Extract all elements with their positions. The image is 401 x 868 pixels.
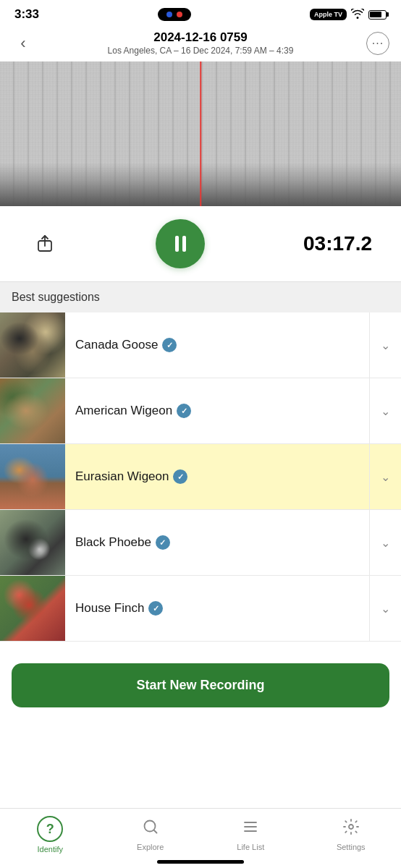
svg-point-1: [144, 821, 155, 832]
verified-check-icon: ✓: [166, 341, 173, 350]
spectrogram-canvas: [0, 61, 401, 206]
identify-icon: ?: [37, 816, 63, 842]
verified-badge-black-phoebe: ✓: [156, 535, 170, 550]
verified-badge-american-wigeon: ✓: [177, 404, 191, 418]
nav-label-settings: Settings: [337, 843, 366, 851]
lifelist-icon: [242, 818, 259, 840]
status-right: Apple TV: [310, 9, 387, 21]
verified-check-icon: ✓: [181, 407, 187, 416]
verified-check-icon: ✓: [159, 538, 166, 548]
settings-icon: [342, 818, 360, 840]
content-padding: [0, 719, 401, 791]
playhead: [200, 61, 201, 206]
bird-chevron-black-phoebe[interactable]: ⌄: [369, 510, 401, 575]
home-indicator: [157, 860, 244, 864]
verified-badge-eurasian-wigeon: ✓: [173, 469, 187, 484]
bird-image-house-finch: [0, 576, 65, 641]
playback-controls: 03:17.2: [0, 206, 401, 281]
mic-dot: [177, 12, 182, 17]
bird-list: Canada Goose ✓ ⌄ American Wigeon ✓ ⌄: [0, 312, 401, 642]
chevron-down-icon: ⌄: [381, 404, 390, 418]
bird-name-canada-goose: Canada Goose ✓: [75, 338, 177, 352]
nav-label-lifelist: Life List: [237, 843, 264, 851]
chevron-down-icon: ⌄: [381, 470, 390, 484]
bird-name-black-phoebe: Black Phoebe ✓: [75, 535, 170, 550]
nav-label-identify: Identify: [38, 845, 63, 854]
suggestions-label: Best suggestions: [12, 291, 100, 303]
back-chevron-icon: ‹: [20, 34, 25, 53]
verified-check-icon: ✓: [153, 604, 159, 613]
chevron-down-icon: ⌄: [381, 536, 390, 550]
time-display: 03:17.2: [300, 232, 372, 255]
wifi-icon: [351, 9, 364, 21]
bottom-nav: ? Identify Explore Life List: [0, 808, 401, 868]
recording-title: 2024-12-16 0759: [35, 30, 366, 45]
bird-item-eurasian-wigeon[interactable]: Eurasian Wigeon ✓ ⌄: [0, 444, 401, 510]
camera-dot: [166, 12, 172, 17]
bird-image-canada-goose: [0, 312, 65, 378]
bird-chevron-american-wigeon[interactable]: ⌄: [369, 378, 401, 443]
chevron-down-icon: ⌄: [381, 602, 390, 616]
pause-button[interactable]: [156, 219, 205, 268]
spacer: [0, 642, 401, 656]
battery-indicator: [368, 10, 387, 20]
bird-image-american-wigeon: [0, 378, 65, 443]
more-button[interactable]: ···: [366, 32, 389, 55]
bird-name-house-finch: House Finch ✓: [75, 601, 163, 616]
bird-chevron-eurasian-wigeon[interactable]: ⌄: [369, 444, 401, 509]
explore-icon: [142, 818, 159, 840]
bird-info-eurasian-wigeon: Eurasian Wigeon ✓: [65, 469, 369, 484]
share-icon: [35, 234, 55, 254]
bird-image-black-phoebe: [0, 510, 65, 575]
verified-check-icon: ✓: [177, 472, 184, 482]
spectrogram-view[interactable]: [0, 61, 401, 206]
bird-image-eurasian-wigeon: [0, 444, 65, 509]
nav-item-identify[interactable]: ? Identify: [25, 816, 75, 854]
nav-label-explore: Explore: [137, 843, 164, 851]
dynamic-island: [158, 8, 191, 21]
bird-info-canada-goose: Canada Goose ✓: [65, 338, 369, 352]
bird-info-black-phoebe: Black Phoebe ✓: [65, 535, 369, 550]
back-button[interactable]: ‹: [12, 32, 35, 55]
status-time: 3:33: [14, 7, 39, 22]
bird-name-eurasian-wigeon: Eurasian Wigeon ✓: [75, 469, 187, 484]
header-title-block: 2024-12-16 0759 Los Angeles, CA – 16 Dec…: [35, 30, 366, 56]
ellipsis-icon: ···: [372, 37, 384, 50]
bird-item-canada-goose[interactable]: Canada Goose ✓ ⌄: [0, 312, 401, 378]
bird-chevron-house-finch[interactable]: ⌄: [369, 576, 401, 641]
bird-chevron-canada-goose[interactable]: ⌄: [369, 312, 401, 378]
pause-icon: [175, 236, 186, 252]
recording-subtitle: Los Angeles, CA – 16 Dec 2024, 7:59 AM –…: [35, 46, 366, 56]
nav-item-lifelist[interactable]: Life List: [225, 818, 276, 851]
start-recording-button[interactable]: Start New Recording: [12, 663, 389, 707]
share-button[interactable]: [29, 228, 61, 260]
chevron-down-icon: ⌄: [381, 339, 390, 352]
appletv-badge: Apple TV: [310, 9, 347, 20]
nav-item-explore[interactable]: Explore: [125, 818, 176, 851]
verified-badge-canada-goose: ✓: [162, 338, 177, 352]
bird-info-house-finch: House Finch ✓: [65, 601, 369, 616]
bird-name-american-wigeon: American Wigeon ✓: [75, 404, 191, 418]
bird-item-american-wigeon[interactable]: American Wigeon ✓ ⌄: [0, 378, 401, 444]
start-recording-label: Start New Recording: [136, 678, 264, 692]
verified-badge-house-finch: ✓: [148, 601, 163, 616]
bird-info-american-wigeon: American Wigeon ✓: [65, 404, 369, 418]
recording-header: ‹ 2024-12-16 0759 Los Angeles, CA – 16 D…: [0, 26, 401, 61]
suggestions-header: Best suggestions: [0, 281, 401, 312]
nav-item-settings[interactable]: Settings: [326, 818, 376, 851]
bird-item-house-finch[interactable]: House Finch ✓ ⌄: [0, 576, 401, 642]
bird-item-black-phoebe[interactable]: Black Phoebe ✓ ⌄: [0, 510, 401, 576]
svg-point-5: [349, 825, 353, 829]
status-bar: 3:33 Apple TV: [0, 0, 401, 26]
